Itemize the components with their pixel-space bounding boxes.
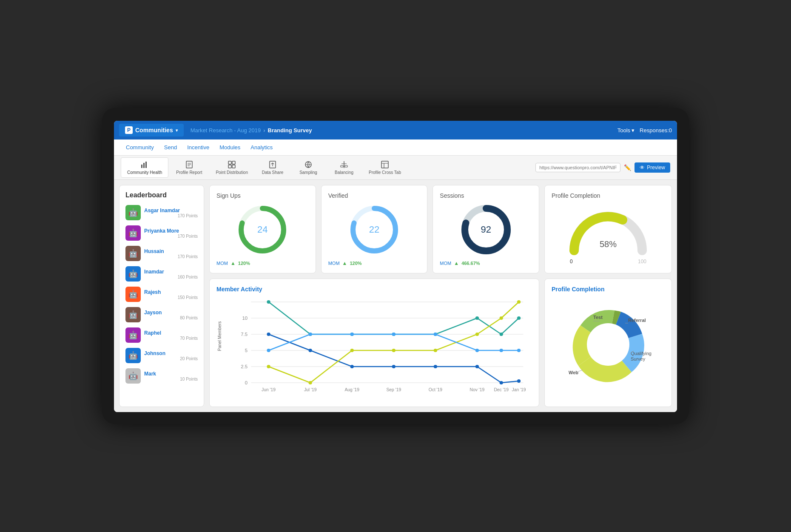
nav-incentive[interactable]: Incentive xyxy=(182,140,214,155)
svg-rect-2 xyxy=(145,162,147,168)
gauge-labels: 0 100 xyxy=(570,259,646,265)
svg-point-71 xyxy=(475,333,479,336)
svg-text:Referral: Referral xyxy=(628,318,646,323)
icon-nav: Community Health Profile Report Point Di… xyxy=(114,156,677,180)
nav-modules[interactable]: Modules xyxy=(214,140,245,155)
nav-profile-report[interactable]: Profile Report xyxy=(170,158,208,177)
gauge-min: 0 xyxy=(570,259,573,265)
svg-text:7.5: 7.5 xyxy=(241,332,248,337)
balancing-icon xyxy=(340,160,348,169)
device-screen: P Communities ▾ Market Research - Aug 20… xyxy=(114,121,677,412)
leader-avatar: 🤖 xyxy=(125,348,141,363)
community-health-icon xyxy=(140,160,149,169)
communities-chevron: ▾ xyxy=(176,128,178,133)
leader-name[interactable]: Raphel xyxy=(144,330,198,336)
leader-points: 20 Points xyxy=(144,356,198,361)
sessions-arrow: ▲ xyxy=(454,260,459,266)
leader-name[interactable]: Hussain xyxy=(144,248,198,254)
sessions-circle: 92 xyxy=(461,204,512,255)
nav-analytics[interactable]: Analytics xyxy=(245,140,278,155)
leader-name[interactable]: Priyanka More xyxy=(144,228,198,234)
nav-point-distribution[interactable]: Point Distribution xyxy=(210,158,254,177)
signups-pct: 120% xyxy=(238,261,250,266)
leader-points: 170 Points xyxy=(144,213,198,218)
svg-rect-1 xyxy=(143,163,145,168)
svg-rect-20 xyxy=(345,165,347,167)
top-bar: P Communities ▾ Market Research - Aug 20… xyxy=(114,121,677,139)
signups-value: 24 xyxy=(257,224,267,235)
edit-icon[interactable]: ✏️ xyxy=(624,164,631,171)
svg-text:Qualifying: Qualifying xyxy=(631,351,652,356)
leaderboard-panel: Leaderboard 🤖Asgar Inamdar170 Points🤖Pri… xyxy=(119,185,204,407)
leader-name[interactable]: Rajesh xyxy=(144,289,198,295)
preview-button[interactable]: 👁 Preview xyxy=(635,162,670,173)
svg-point-64 xyxy=(500,381,503,384)
communities-label: Communities xyxy=(135,127,173,134)
svg-point-59 xyxy=(309,349,312,352)
leader-name[interactable]: Jayson xyxy=(144,310,198,316)
verified-mom[interactable]: MOM xyxy=(328,261,340,266)
svg-point-55 xyxy=(475,316,479,320)
leader-avatar: 🤖 xyxy=(125,368,141,384)
y-axis-label: Panel Members xyxy=(217,321,222,351)
nav-sampling[interactable]: Sampling xyxy=(291,158,325,177)
signups-mom[interactable]: MOM xyxy=(216,261,228,266)
main-content: Leaderboard 🤖Asgar Inamdar170 Points🤖Pri… xyxy=(114,180,677,412)
nav-point-distribution-label: Point Distribution xyxy=(216,170,248,175)
leader-name[interactable]: Inamdar xyxy=(144,269,198,275)
top-bar-right: Tools ▾ Responses:0 xyxy=(617,127,672,134)
url-input[interactable] xyxy=(535,163,620,172)
breadcrumb-link[interactable]: Market Research - Aug 2019 xyxy=(191,127,261,134)
leader-avatar: 🤖 xyxy=(125,205,141,220)
nav-balancing-label: Balancing xyxy=(335,170,353,175)
sessions-value: 92 xyxy=(481,224,491,235)
leader-name[interactable]: Mark xyxy=(144,371,198,377)
svg-point-58 xyxy=(267,333,270,336)
verified-pct: 120% xyxy=(350,261,361,266)
sessions-footer: MOM ▲ 466.67% xyxy=(440,260,532,266)
svg-point-61 xyxy=(392,365,396,368)
verified-circle: 22 xyxy=(349,204,400,255)
device-frame: P Communities ▾ Market Research - Aug 20… xyxy=(102,108,689,424)
svg-text:Sep '19: Sep '19 xyxy=(386,387,401,392)
nav-data-share[interactable]: Data Share xyxy=(256,158,290,177)
leader-points: 150 Points xyxy=(144,295,198,300)
svg-text:Nov '19: Nov '19 xyxy=(470,387,485,392)
donut-wrap: Test Referral Qualifying Survey Web xyxy=(552,298,665,391)
leader-name[interactable]: Johnson xyxy=(144,350,198,356)
svg-point-74 xyxy=(267,349,270,352)
nav-send[interactable]: Send xyxy=(159,140,182,155)
leaderboard-item: 🤖Inamdar160 Points xyxy=(125,266,198,282)
leaderboard-item: 🤖Hussain170 Points xyxy=(125,246,198,261)
svg-rect-21 xyxy=(381,161,388,168)
nav-community[interactable]: Community xyxy=(121,140,159,155)
svg-text:Test: Test xyxy=(593,315,603,320)
sessions-title: Sessions xyxy=(440,192,532,199)
verified-value: 22 xyxy=(369,224,379,235)
leader-avatar: 🤖 xyxy=(125,225,141,241)
leaderboard-item: 🤖Raphel70 Points xyxy=(125,327,198,343)
sessions-mom[interactable]: MOM xyxy=(440,261,451,266)
svg-point-73 xyxy=(517,300,521,304)
communities-button[interactable]: P Communities ▾ xyxy=(119,124,184,137)
nav-balancing[interactable]: Balancing xyxy=(327,158,361,177)
gauge-wrap: 58% 0 100 xyxy=(552,206,665,265)
nav-data-share-label: Data Share xyxy=(262,170,284,175)
verified-arrow: ▲ xyxy=(342,260,347,266)
svg-point-75 xyxy=(309,333,312,336)
tools-menu[interactable]: Tools ▾ xyxy=(617,127,635,134)
leader-name[interactable]: Asgar Inamdar xyxy=(144,208,198,213)
svg-point-63 xyxy=(475,365,479,368)
breadcrumb-current: Branding Survey xyxy=(268,127,312,134)
svg-point-77 xyxy=(392,333,396,336)
profile-report-icon xyxy=(185,160,193,169)
svg-point-56 xyxy=(500,333,503,336)
svg-point-76 xyxy=(350,333,354,336)
nav-community-health[interactable]: Community Health xyxy=(121,157,168,178)
svg-text:Jul '19: Jul '19 xyxy=(304,387,317,392)
nav-profile-cross-tab[interactable]: Profile Cross Tab xyxy=(363,158,407,177)
leaderboard-title: Leaderboard xyxy=(125,191,198,199)
sessions-card: Sessions 92 MOM xyxy=(432,185,539,273)
leader-points: 170 Points xyxy=(144,254,198,259)
profile-cross-tab-icon xyxy=(381,160,389,169)
